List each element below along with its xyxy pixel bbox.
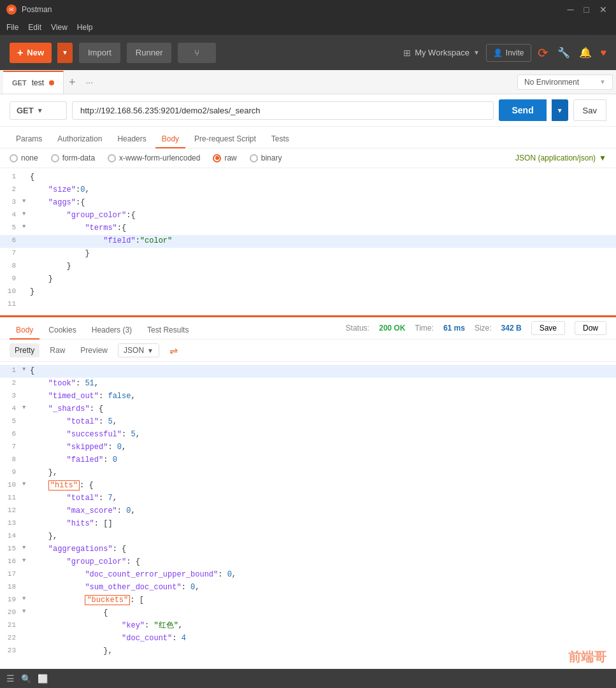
size-label: Size: <box>475 324 492 333</box>
tab-pre-request[interactable]: Pre-request Script <box>188 131 262 148</box>
resp-tab-headers[interactable]: Headers (3) <box>85 322 138 340</box>
req-line-1: 1 { <box>0 171 616 184</box>
maximize-button[interactable]: □ <box>582 4 592 15</box>
new-dropdown-button[interactable]: ▼ <box>57 43 73 63</box>
env-arrow-icon: ▼ <box>599 78 606 85</box>
wrap-icon[interactable]: ⇌ <box>169 345 178 357</box>
radio-urlencoded-label: x-www-form-urlencoded <box>119 154 200 162</box>
add-tab-button[interactable]: + <box>64 71 81 94</box>
radio-none-circle <box>10 154 18 162</box>
titlebar: Postman ─ □ ✕ <box>0 0 616 19</box>
request-bar: GET ▼ Send ▼ Sav <box>0 94 616 127</box>
radio-raw[interactable]: raw <box>213 154 236 162</box>
request-tab-active[interactable]: GET test <box>3 71 64 94</box>
response-section: Body Cookies Headers (3) Test Results St… <box>0 315 616 655</box>
json-format-selector[interactable]: JSON (application/json) ▼ <box>515 154 606 162</box>
fmt-tab-pretty[interactable]: Pretty <box>10 343 39 357</box>
resp-line-10: 10 ▼ "hits": { <box>0 480 616 492</box>
resp-line-20: 20 ▼ { <box>0 607 616 620</box>
save-button[interactable]: Sav <box>573 99 606 121</box>
method-label: GET <box>17 106 34 115</box>
search-bottom-button[interactable]: 🔍 <box>21 674 31 684</box>
menu-view[interactable]: View <box>51 23 68 32</box>
wrench-icon[interactable]: 🔧 <box>557 47 570 59</box>
req-line-11: 11 <box>0 299 616 312</box>
workspace-button[interactable]: ⊞ My Workspace ▼ <box>403 48 480 58</box>
time-value: 61 ms <box>443 324 465 333</box>
resp-line-19: 19 ▼ "buckets": [ <box>0 594 616 607</box>
resp-line-22: 22 "doc_count": 4 <box>0 633 616 645</box>
method-select[interactable]: GET ▼ <box>10 101 67 120</box>
tab-authorization[interactable]: Authorization <box>51 131 108 148</box>
fmt-tab-preview[interactable]: Preview <box>75 343 113 357</box>
import-button[interactable]: Import <box>79 43 120 63</box>
resp-line-14: 14 }, <box>0 531 616 543</box>
url-input[interactable] <box>72 101 494 120</box>
resp-tab-body[interactable]: Body <box>10 322 39 340</box>
tab-headers[interactable]: Headers <box>111 131 152 148</box>
req-line-8: 8 } <box>0 261 616 273</box>
radio-form-data[interactable]: form-data <box>51 154 95 162</box>
menu-help[interactable]: Help <box>77 23 93 32</box>
fork-button[interactable]: ⑂ <box>178 43 216 63</box>
req-line-10: 10 } <box>0 286 616 299</box>
invite-button[interactable]: 👤 Invite <box>486 44 531 62</box>
req-line-5: 5 ▼ "terms":{ <box>0 222 616 235</box>
resp-line-12: 12 "max_score": 0, <box>0 505 616 518</box>
tab-body[interactable]: Body <box>155 131 185 148</box>
tab-method: GET <box>12 79 27 87</box>
workspace-arrow-icon: ▼ <box>473 49 480 56</box>
resp-line-3: 3 "timed_out": false, <box>0 391 616 403</box>
tab-name: test <box>32 78 44 87</box>
radio-binary-circle <box>250 154 258 162</box>
resp-line-17: 17 "doc_count_error_upper_bound": 0, <box>0 569 616 582</box>
app-logo <box>6 4 17 15</box>
req-line-4: 4 ▼ "group_color":{ <box>0 210 616 222</box>
json-select-label: JSON <box>124 346 144 355</box>
invite-label: Invite <box>506 48 524 57</box>
send-dropdown-button[interactable]: ▼ <box>552 99 568 121</box>
time-label: Time: <box>415 324 434 333</box>
resp-tab-test-results[interactable]: Test Results <box>141 322 195 340</box>
workspace-label: My Workspace <box>415 48 469 57</box>
send-button[interactable]: Send <box>499 99 546 121</box>
main-toolbar: + New ▼ Import Runner ⑂ ⊞ My Workspace ▼… <box>0 35 616 70</box>
sync-icon[interactable]: ⟳ <box>538 45 548 61</box>
tab-params[interactable]: Params <box>10 131 48 148</box>
resp-line-11: 11 "total": 7, <box>0 492 616 505</box>
tab-more-button[interactable]: ··· <box>80 77 98 87</box>
resp-line-4: 4 ▼ "_shards": { <box>0 403 616 416</box>
radio-binary[interactable]: binary <box>250 154 282 162</box>
resp-line-2: 2 "took": 51, <box>0 378 616 391</box>
request-body-editor[interactable]: 1 { 2 "size":0, 3 ▼ "aggs":{ 4 ▼ "group_… <box>0 168 616 315</box>
response-save-button[interactable]: Save <box>531 321 565 335</box>
new-icon: + <box>17 47 23 59</box>
runner-button[interactable]: Runner <box>127 43 172 63</box>
titlebar-left: Postman <box>6 4 52 15</box>
bell-icon[interactable]: 🔔 <box>579 47 592 59</box>
menu-file[interactable]: File <box>6 23 18 32</box>
response-body-viewer: 1 ▼ { 2 "took": 51, 3 "timed_out": false… <box>0 362 616 655</box>
radio-urlencoded-circle <box>108 154 116 162</box>
minimize-button[interactable]: ─ <box>565 4 577 15</box>
resp-tab-cookies[interactable]: Cookies <box>42 322 82 340</box>
resp-line-15: 15 ▼ "aggregations": { <box>0 543 616 556</box>
tab-tests[interactable]: Tests <box>265 131 296 148</box>
resp-line-23: 23 }, <box>0 645 616 655</box>
menu-edit[interactable]: Edit <box>28 23 41 32</box>
heart-icon[interactable]: ♥ <box>601 47 607 59</box>
env-dropdown[interactable]: No Environment ▼ <box>517 75 613 90</box>
fmt-tab-raw[interactable]: Raw <box>45 343 70 357</box>
toolbar-icons: ⟳ 🔧 🔔 ♥ <box>538 45 607 61</box>
radio-none[interactable]: none <box>10 154 38 162</box>
radio-urlencoded[interactable]: x-www-form-urlencoded <box>108 154 200 162</box>
close-button[interactable]: ✕ <box>597 4 610 15</box>
resp-line-21: 21 "key": "红色", <box>0 620 616 633</box>
response-download-button[interactable]: Dow <box>575 321 606 335</box>
resp-line-9: 9 }, <box>0 467 616 480</box>
fmt-json-select[interactable]: JSON ▼ <box>118 343 159 357</box>
terminal-button[interactable]: ⬜ <box>38 674 48 684</box>
new-button[interactable]: + New <box>10 43 52 63</box>
radio-form-data-label: form-data <box>62 154 95 162</box>
sidebar-toggle-button[interactable]: ☰ <box>6 673 15 684</box>
